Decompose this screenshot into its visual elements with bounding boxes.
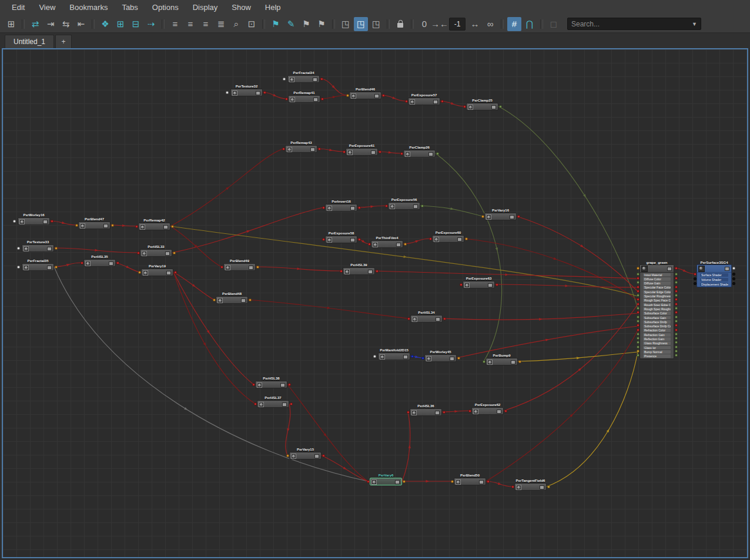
node-PxrHSL34[interactable]: PxrHSL34 [410, 315, 443, 323]
attr-surface-shader[interactable]: Surface Shader [700, 273, 728, 277]
traversal-in-icon[interactable]: →← [433, 17, 447, 31]
attr-glass-ior[interactable]: Glass Ior [643, 346, 671, 350]
pin-selection-icon[interactable]: ⇢ [144, 17, 158, 31]
node-PxrFractal35[interactable]: PxrFractal35 [22, 263, 54, 271]
node-PxrVary16[interactable]: PxrVary16 [484, 213, 517, 220]
attr-subsurface-dmfp[interactable]: Subsurface Dmfp [643, 320, 671, 324]
node-expand-icon[interactable] [479, 480, 484, 484]
node-PxrBump9[interactable]: PxrBump9 [486, 358, 518, 365]
attr-diffuse-color[interactable]: Diffuse Color [643, 277, 671, 281]
zoom-search-icon[interactable]: ⌕ [229, 17, 243, 31]
dropdown-arrow-icon[interactable]: ▼ [692, 21, 697, 27]
node-expand-icon[interactable] [511, 360, 515, 364]
node-PxrTangentField6[interactable]: PxrTangentField6 [514, 483, 547, 491]
menu-item-options[interactable]: Options [145, 0, 186, 15]
node-expand-icon[interactable] [47, 247, 52, 251]
node-PxrHSL35[interactable]: PxrHSL35 [83, 259, 116, 267]
node-PxrInvert16[interactable]: PxrInvert16 [325, 204, 357, 212]
node-PxrTexture33[interactable]: PxrTexture33 [22, 244, 54, 252]
node-expand-icon[interactable] [374, 94, 379, 98]
attr-displacement-shader[interactable]: Displacement Shader [700, 283, 728, 286]
layout-grid-icon[interactable]: ≡ [199, 17, 213, 31]
node-PxrExposure62[interactable]: PxrExposure62 [471, 407, 504, 415]
bookmark-previous-icon[interactable]: ⚑ [299, 17, 313, 31]
attr-rough-spec-face-color[interactable]: Rough Spec Face Color [643, 299, 671, 302]
node-expand-icon[interactable] [413, 204, 418, 209]
node-PxrExposure61[interactable]: PxrExposure61 [346, 148, 378, 156]
menu-item-view[interactable]: View [32, 0, 62, 15]
menu-item-edit[interactable]: Edit [5, 0, 32, 15]
node-expand-icon[interactable] [488, 283, 493, 287]
node-expand-icon[interactable] [47, 266, 52, 270]
node-expand-icon[interactable] [313, 78, 317, 82]
node-PxrRemap41[interactable]: PxrRemap41 [288, 95, 320, 103]
node-expand-icon[interactable] [314, 454, 319, 458]
attr-refraction-gain[interactable]: Refraction Gain [643, 333, 671, 337]
node-PxrBlend48[interactable]: PxrBlend48 [216, 296, 248, 304]
input-output-connections-icon[interactable]: ⇆ [59, 17, 73, 31]
add-tab-button[interactable]: + [55, 35, 72, 48]
select-move-icon[interactable]: ❖ [98, 17, 112, 31]
node-expand-icon[interactable] [43, 220, 48, 224]
attr-presence[interactable]: Presence [643, 354, 671, 358]
tab-untitled-1[interactable]: Untitled_1 [5, 35, 54, 48]
node-PxrClamp26[interactable]: PxrClamp26 [403, 150, 436, 157]
attr-reflection-gain[interactable]: Reflection Gain [643, 337, 671, 341]
node-expand-icon[interactable] [166, 271, 171, 275]
menu-item-help[interactable]: Help [258, 0, 288, 15]
menu-item-tabs[interactable]: Tabs [115, 0, 145, 15]
node-PxrVary6[interactable]: PxrVary6 [370, 478, 402, 485]
node-PxrManifold2D15[interactable]: PxrManifold2D15 [378, 353, 410, 360]
lock-icon[interactable] [393, 17, 407, 31]
attr-specular-roughness[interactable]: Specular Roughness [643, 294, 671, 298]
node-expand-icon[interactable] [256, 91, 260, 95]
node-expand-icon[interactable] [450, 357, 454, 361]
node-expand-icon[interactable] [667, 267, 672, 271]
node-expand-icon[interactable] [280, 383, 285, 387]
node-PxrBlend47[interactable]: PxrBlend47 [78, 222, 111, 229]
attr-refraction-color[interactable]: Refraction Color [643, 328, 671, 332]
layout-vertical-icon[interactable]: ≡ [183, 17, 197, 31]
attr-subsurface-gain[interactable]: Subsurface Gain [643, 316, 671, 320]
node-PxrTexture32[interactable]: PxrTexture32 [230, 89, 263, 96]
node-PxrVary15[interactable]: PxrVary15 [289, 452, 322, 460]
attr-bump-normal[interactable]: Bump Normal [643, 350, 671, 354]
node-expand-icon[interactable] [396, 243, 401, 247]
node-expand-icon[interactable] [433, 100, 438, 104]
grid-toggle-icon[interactable]: # [507, 17, 521, 31]
node-PxrThinFilm4[interactable]: PxrThinFilm4 [371, 240, 403, 248]
node-PxrWorley45[interactable]: PxrWorley45 [424, 354, 457, 362]
display-mode-simple-icon[interactable]: ◳ [339, 17, 353, 31]
node-PxrHSL33[interactable]: PxrHSL33 [140, 249, 172, 257]
node-PxrBlend49[interactable]: PxrBlend49 [223, 263, 256, 271]
node-PxrVary19[interactable]: PxrVary19 [141, 269, 173, 276]
node-PxrSurface3SG4[interactable]: PxrSurface3SG4Surface ShaderVolume Shade… [697, 264, 732, 287]
node-PxrBlend50[interactable]: PxrBlend50 [454, 478, 486, 485]
remove-from-graph-icon[interactable]: ⊟ [129, 17, 143, 31]
node-PxrExposure60[interactable]: PxrExposure60 [432, 235, 464, 243]
node-PxrRemap42[interactable]: PxrRemap42 [138, 223, 170, 230]
node-expand-icon[interactable] [428, 152, 433, 156]
traversal-infinite-icon[interactable]: ∞ [483, 17, 497, 31]
create-node-icon[interactable]: ⊞ [4, 17, 18, 31]
node-expand-icon[interactable] [165, 252, 170, 256]
menu-item-bookmarks[interactable]: Bookmarks [62, 0, 115, 15]
display-mode-full-icon[interactable]: ◳ [369, 17, 383, 31]
node-expand-icon[interactable] [725, 267, 729, 271]
node-expand-icon[interactable] [103, 224, 108, 228]
output-connections-icon[interactable]: ⇤ [74, 17, 88, 31]
node-expand-icon[interactable] [368, 270, 373, 274]
attr-diffuse-gain[interactable]: Diffuse Gain [643, 281, 671, 285]
regraph-icon[interactable]: ⇄ [28, 17, 42, 31]
node-expand-icon[interactable] [497, 410, 501, 414]
menu-item-show[interactable]: Show [225, 0, 258, 15]
node-expand-icon[interactable] [249, 266, 253, 270]
layout-list-icon[interactable]: ≣ [214, 17, 228, 31]
menu-item-display[interactable]: Display [186, 0, 225, 15]
bookmark-next-icon[interactable]: ⚑ [314, 17, 329, 31]
node-PxrExposure57[interactable]: PxrExposure57 [408, 98, 440, 105]
node-PxrHSL37[interactable]: PxrHSL37 [257, 400, 289, 408]
node-PxrHSL36[interactable]: PxrHSL36 [410, 408, 442, 416]
display-mode-connected-icon[interactable]: ◳ [354, 17, 368, 31]
bookmark-edit-icon[interactable]: ✎ [284, 17, 298, 31]
